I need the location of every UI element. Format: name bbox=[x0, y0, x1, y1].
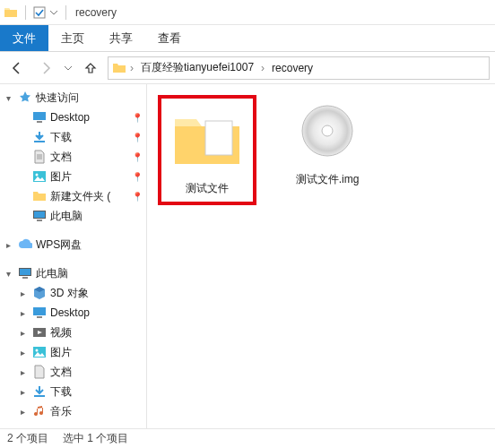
title-bar: recovery bbox=[0, 0, 495, 25]
status-item-count: 2 个项目 bbox=[7, 431, 48, 446]
tree-label: 此电脑 bbox=[36, 266, 68, 281]
checkbox-icon[interactable] bbox=[33, 6, 46, 19]
separator bbox=[65, 5, 66, 20]
svg-rect-12 bbox=[33, 307, 46, 315]
tree-item-videos[interactable]: ▸ 视频 bbox=[0, 323, 146, 342]
expander-icon[interactable]: ▸ bbox=[16, 328, 29, 338]
expander-icon[interactable]: ▸ bbox=[16, 308, 29, 318]
back-button[interactable] bbox=[5, 56, 29, 80]
this-pc-icon bbox=[32, 209, 47, 223]
expander-icon[interactable]: ▾ bbox=[2, 93, 14, 103]
up-button[interactable] bbox=[79, 56, 102, 80]
desktop-icon bbox=[32, 306, 47, 320]
breadcrumb-segment[interactable]: 百度经验tianyuefei1007 bbox=[137, 60, 257, 75]
tree-label: 下载 bbox=[50, 130, 72, 145]
tree-label: 视频 bbox=[50, 325, 72, 340]
history-dropdown[interactable] bbox=[63, 64, 74, 73]
tree-item-documents[interactable]: 文档 📍 bbox=[0, 147, 146, 167]
expander-icon[interactable]: ▾ bbox=[2, 269, 14, 279]
status-selection: 选中 1 个项目 bbox=[63, 431, 128, 446]
tree-label: 文档 bbox=[50, 150, 72, 165]
tree-label: 快速访问 bbox=[36, 90, 79, 106]
file-item-img[interactable]: 测试文件.img bbox=[278, 95, 377, 205]
svg-rect-2 bbox=[37, 121, 42, 123]
tree-item-documents[interactable]: ▸ 文档 bbox=[0, 362, 146, 382]
svg-rect-1 bbox=[33, 112, 46, 120]
svg-rect-17 bbox=[34, 395, 45, 397]
documents-icon bbox=[32, 150, 47, 164]
file-label: 测试文件 bbox=[186, 181, 229, 196]
tree-item-desktop[interactable]: Desktop 📍 bbox=[0, 108, 146, 127]
tree-label: WPS网盘 bbox=[36, 237, 82, 253]
documents-icon bbox=[32, 365, 47, 379]
disc-icon bbox=[287, 95, 368, 167]
tab-home[interactable]: 主页 bbox=[48, 25, 97, 51]
chevron-right-icon[interactable]: › bbox=[259, 62, 266, 74]
svg-rect-0 bbox=[34, 7, 45, 18]
pin-icon: 📍 bbox=[132, 113, 143, 123]
dropdown-icon[interactable] bbox=[49, 8, 58, 17]
downloads-icon bbox=[32, 384, 47, 399]
expander-icon[interactable]: ▸ bbox=[16, 387, 29, 397]
tree-item-new-folder[interactable]: 新建文件夹 ( 📍 bbox=[0, 186, 146, 206]
tree-item-3d-objects[interactable]: ▸ 3D 对象 bbox=[0, 283, 146, 303]
cloud-icon bbox=[18, 237, 32, 252]
main-area: ▾ 快速访问 Desktop 📍 下载 📍 文档 📍 图片 📍 bbox=[0, 84, 495, 428]
ribbon-tabs: 文件 主页 共享 查看 bbox=[0, 25, 495, 52]
separator bbox=[25, 5, 26, 20]
svg-rect-13 bbox=[37, 316, 42, 318]
tree-group-quick-access[interactable]: ▾ 快速访问 bbox=[0, 88, 146, 108]
tree-item-pictures[interactable]: 图片 📍 bbox=[0, 167, 146, 186]
svg-rect-10 bbox=[20, 269, 30, 275]
address-bar[interactable]: › 百度经验tianyuefei1007 › recovery bbox=[108, 56, 490, 80]
tree-label: 3D 对象 bbox=[50, 286, 89, 301]
expander-icon[interactable]: ▸ bbox=[16, 407, 29, 417]
pictures-icon bbox=[32, 169, 47, 184]
folder-icon bbox=[32, 189, 47, 203]
tree-item-downloads[interactable]: ▸ 下载 bbox=[0, 382, 146, 401]
pin-icon: 📍 bbox=[132, 133, 143, 142]
status-bar: 2 个项目 选中 1 个项目 bbox=[0, 428, 495, 448]
pin-icon: 📍 bbox=[132, 192, 143, 202]
desktop-icon bbox=[32, 110, 47, 125]
file-label: 测试文件.img bbox=[296, 172, 360, 187]
tab-view[interactable]: 查看 bbox=[145, 25, 194, 51]
tree-label: 文档 bbox=[50, 365, 72, 380]
expander-icon[interactable]: ▸ bbox=[2, 240, 14, 250]
chevron-right-icon[interactable]: › bbox=[128, 62, 135, 74]
pictures-icon bbox=[32, 345, 47, 359]
nav-bar: › 百度经验tianyuefei1007 › recovery bbox=[0, 52, 495, 84]
nav-tree[interactable]: ▾ 快速访问 Desktop 📍 下载 📍 文档 📍 图片 📍 bbox=[0, 84, 147, 428]
tree-label: 此电脑 bbox=[50, 209, 82, 224]
svg-rect-3 bbox=[34, 141, 45, 142]
tree-label: Desktop bbox=[50, 111, 90, 124]
svg-rect-11 bbox=[22, 277, 28, 279]
music-icon bbox=[32, 404, 47, 418]
svg-rect-7 bbox=[34, 211, 45, 218]
objects3d-icon bbox=[32, 286, 47, 300]
file-pane[interactable]: 测试文件 测试文件.img bbox=[147, 84, 495, 428]
folder-icon bbox=[112, 61, 126, 75]
window-title: recovery bbox=[75, 6, 117, 19]
breadcrumb-segment[interactable]: recovery bbox=[268, 62, 317, 74]
file-item-folder[interactable]: 测试文件 bbox=[158, 95, 256, 205]
tree-item-this-pc[interactable]: 此电脑 bbox=[0, 206, 146, 226]
expander-icon[interactable]: ▸ bbox=[16, 289, 29, 298]
this-pc-icon bbox=[18, 266, 32, 280]
expander-icon[interactable]: ▸ bbox=[16, 348, 29, 358]
tree-group-wps[interactable]: ▸ WPS网盘 bbox=[0, 235, 146, 254]
svg-point-20 bbox=[322, 125, 333, 136]
tree-label: 新建文件夹 ( bbox=[50, 189, 110, 204]
tree-item-pictures[interactable]: ▸ 图片 bbox=[0, 342, 146, 362]
tree-item-downloads[interactable]: 下载 📍 bbox=[0, 127, 146, 147]
file-tab[interactable]: 文件 bbox=[0, 25, 48, 51]
quick-access-toolbar bbox=[4, 5, 70, 20]
tree-group-this-pc[interactable]: ▾ 此电脑 bbox=[0, 263, 146, 283]
pin-icon: 📍 bbox=[132, 152, 143, 162]
tree-item-desktop[interactable]: ▸ Desktop bbox=[0, 303, 146, 323]
tab-share[interactable]: 共享 bbox=[97, 25, 145, 51]
expander-icon[interactable]: ▸ bbox=[16, 367, 29, 377]
folder-icon bbox=[167, 104, 248, 176]
tree-item-music[interactable]: ▸ 音乐 bbox=[0, 401, 146, 421]
forward-button[interactable] bbox=[34, 56, 57, 80]
